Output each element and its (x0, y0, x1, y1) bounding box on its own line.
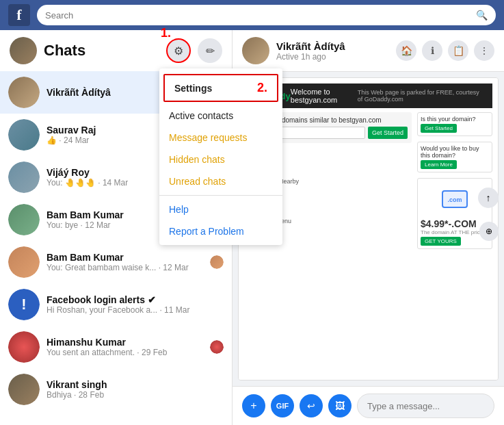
contact-info-7: Vikrant singh Bdhiya · 28 Feb (47, 379, 224, 400)
avatar-img-1 (8, 119, 40, 151)
question-card-2: Would you like to buy this domain? Learn… (417, 142, 492, 172)
contact-avatar-5: ! (8, 289, 40, 320)
message-input[interactable] (357, 394, 494, 418)
contact-preview-7: Bdhiya · 28 Feb (47, 390, 224, 400)
contact-item-bambam2[interactable]: Bam Bam Kumar You: Great bambam waise k.… (0, 241, 232, 283)
chat-info-button[interactable]: ℹ (422, 40, 442, 61)
contact-name-4: Bam Bam Kumar (47, 252, 203, 263)
user-avatar (10, 37, 37, 64)
chat-header-actions: 🏠 ℹ 📋 ⋮ (396, 40, 494, 61)
domain-price-sub: The domain AT THE price. (421, 229, 489, 235)
contact-avatar-7 (8, 374, 40, 405)
chat-contact-name: Vikrãñt Àdítyâ (276, 40, 389, 52)
get-yours-btn[interactable]: GET YOURS (421, 237, 461, 246)
settings-label: Settings (174, 83, 212, 94)
emoji-add-button[interactable]: ⊕ (479, 222, 499, 241)
settings-gear-button[interactable]: ⚙ (166, 38, 191, 63)
chat-input-area: + GIF ↩ 🖼 (233, 386, 504, 425)
contact-info-6: Himanshu Kumar You sent an attachment. ·… (47, 337, 203, 357)
contact-avatar-3 (8, 204, 40, 235)
chat-header: Vikrãñt Àdítyâ Active 1h ago 🏠 ℹ 📋 ⋮ (233, 30, 504, 72)
contact-info-4: Bam Bam Kumar You: Great bambam waise k.… (47, 252, 203, 272)
q2-text: Would you like to buy this domain? (421, 145, 489, 159)
compose-button[interactable]: ✏ (198, 38, 222, 63)
settings-dropdown: Settings 2. Active contacts Message requ… (159, 68, 282, 245)
step1-label: 1. (161, 26, 171, 40)
chat-header-avatar (242, 37, 269, 64)
dropdown-unread-chats[interactable]: Unread chats (159, 170, 282, 192)
contact-avatar-0 (8, 77, 40, 108)
sidebar-header: Chats 1. ⚙ Settings 2. Active contacts M… (0, 30, 232, 71)
image-button[interactable]: 🖼 (328, 394, 352, 417)
contact-badge-6 (210, 340, 224, 354)
q1-text: Is this your domain? (421, 116, 489, 123)
domain-price-card: .com $4.99*-.COM The domain AT THE price… (417, 178, 492, 249)
q1-btn[interactable]: Get Started (421, 124, 457, 133)
search-container: 🔍 (37, 5, 496, 25)
contact-avatar-1 (8, 119, 40, 151)
contact-name-6: Himanshu Kumar (47, 337, 203, 348)
dropdown-divider (159, 195, 282, 196)
dropdown-help[interactable]: Help (159, 198, 282, 220)
question-card-1: Is this your domain? Get Started (417, 112, 492, 136)
contact-meta-6 (210, 340, 224, 354)
q2-btn[interactable]: Learn More (421, 160, 457, 169)
avatar-img-4 (8, 246, 40, 278)
godaddy-headline: Welcome to bestgyan.com (291, 88, 358, 104)
share-button[interactable]: ↑ (478, 188, 499, 208)
facebook-logo: f (8, 4, 30, 26)
godaddy-search-btn[interactable]: Get Started (368, 127, 408, 139)
contact-item-himanshu[interactable]: Himanshu Kumar You sent an attachment. ·… (0, 326, 232, 368)
avatar-img-0 (8, 77, 40, 108)
chat-page-button[interactable]: 📋 (448, 40, 468, 61)
godaddy-subtitle: This Web page is parked for FREE, courte… (358, 89, 486, 103)
chat-more-button[interactable]: ⋮ (474, 40, 494, 61)
contact-avatar-6 (8, 331, 40, 363)
top-bar: f 🔍 (0, 0, 504, 30)
sidebar: Chats 1. ⚙ Settings 2. Active contacts M… (0, 30, 233, 425)
sticker-button[interactable]: ↩ (300, 394, 323, 417)
contact-item-vikrant-singh[interactable]: Vikrant singh Bdhiya · 28 Feb (0, 368, 232, 411)
contact-meta-4 (210, 255, 224, 269)
contact-name-5: Facebook login alerts ✔ (47, 294, 224, 305)
user-avatar-img (10, 37, 37, 64)
contact-preview-6: You sent an attachment. · 29 Feb (47, 348, 203, 357)
svg-text:.com: .com (447, 196, 462, 203)
badge-img-4 (210, 255, 224, 269)
chat-contact-status: Active 1h ago (276, 52, 389, 62)
chat-header-info: Vikrãñt Àdítyâ Active 1h ago (276, 40, 389, 62)
add-button[interactable]: + (242, 394, 265, 417)
contact-avatar-4 (8, 246, 40, 278)
avatar-img-5: ! (8, 289, 40, 320)
avatar-img-6 (8, 331, 40, 363)
gif-button[interactable]: GIF (271, 394, 294, 417)
contact-name-7: Vikrant singh (47, 379, 224, 390)
step2-label: 2. (257, 81, 267, 95)
search-input[interactable] (45, 10, 470, 21)
avatar-img-2 (8, 162, 40, 193)
chat-home-button[interactable]: 🏠 (396, 40, 416, 61)
avatar-img-3 (8, 204, 40, 235)
contact-preview-4: You: Great bambam waise k... · 12 Mar (47, 263, 203, 272)
badge-img-6 (210, 340, 224, 354)
avatar-img-7 (8, 374, 40, 405)
dropdown-hidden-chats[interactable]: Hidden chats (159, 149, 282, 170)
header-icons: 1. ⚙ Settings 2. Active contacts Message… (166, 38, 222, 63)
gear-icon-wrapper: 1. ⚙ Settings 2. Active contacts Message… (166, 38, 191, 63)
main-layout: Chats 1. ⚙ Settings 2. Active contacts M… (0, 30, 504, 425)
dropdown-settings-item[interactable]: Settings 2. (163, 74, 278, 102)
contact-preview-5: Hi Roshan, your Facebook a... · 11 Mar (47, 305, 224, 315)
domain-svg: .com (441, 185, 468, 213)
contact-info-5: Facebook login alerts ✔ Hi Roshan, your … (47, 294, 224, 315)
dropdown-active-contacts[interactable]: Active contacts (159, 105, 282, 127)
dropdown-report-problem[interactable]: Report a Problem (159, 220, 282, 242)
chats-title: Chats (44, 42, 159, 60)
dropdown-message-requests[interactable]: Message requests (159, 127, 282, 149)
domain-price: $4.99*-.COM (421, 218, 489, 229)
contact-item-fb-alerts[interactable]: ! Facebook login alerts ✔ Hi Roshan, you… (0, 283, 232, 326)
search-icon: 🔍 (476, 10, 488, 21)
contact-badge-4 (210, 255, 224, 269)
contact-avatar-2 (8, 162, 40, 193)
